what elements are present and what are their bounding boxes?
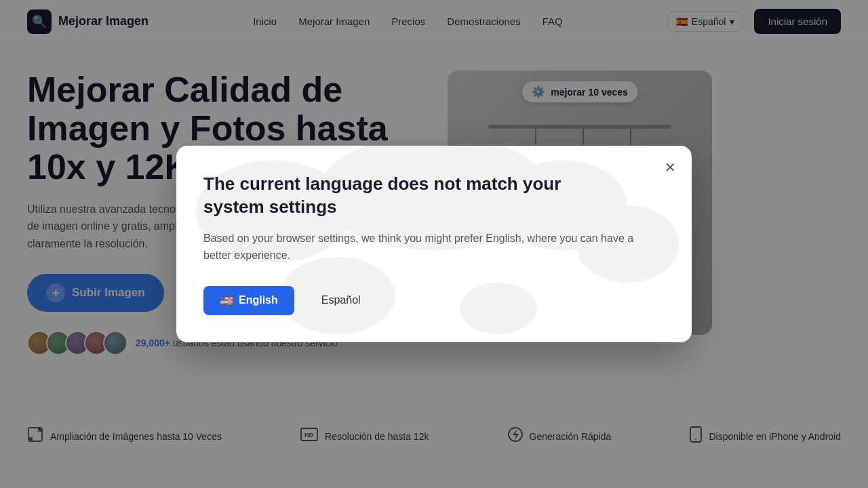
english-button[interactable]: 🇺🇸 English (203, 286, 294, 315)
english-button-label: English (239, 294, 278, 306)
modal-overlay[interactable]: ✕ The current language does not match yo… (0, 0, 868, 488)
modal-close-button[interactable]: ✕ (659, 157, 681, 178)
modal-buttons: 🇺🇸 English Español (203, 286, 665, 315)
language-modal: ✕ The current language does not match yo… (176, 146, 692, 342)
spanish-button[interactable]: Español (305, 286, 377, 314)
us-flag-icon: 🇺🇸 (220, 294, 233, 307)
modal-title: The current language does not match your… (203, 173, 597, 219)
modal-description: Based on your browser settings, we think… (203, 230, 637, 264)
